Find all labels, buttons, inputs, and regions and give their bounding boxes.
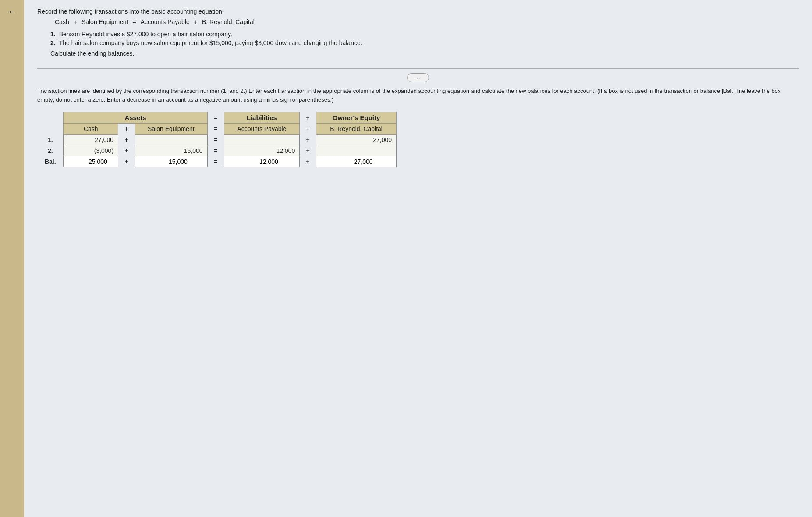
transaction-2-text: The hair salon company buys new salon eq… [59, 39, 362, 46]
problem-header: Record the following transactions into t… [37, 8, 799, 69]
bal-plus2: + [300, 156, 316, 167]
bal-label: Bal. [37, 156, 64, 167]
bal-equals: = [207, 156, 224, 167]
eq-equals: = [133, 18, 136, 25]
eq-plus1: + [74, 18, 77, 25]
row-1-capital: 27,000 [316, 135, 397, 145]
eq-capital: B. Reynold, Capital [202, 18, 255, 25]
row-1-equals: = [207, 135, 224, 145]
bal-capital-input[interactable] [316, 156, 397, 167]
instructions-text: Transaction lines are identified by the … [37, 87, 799, 104]
bal-cash-input[interactable] [64, 156, 118, 167]
equals2-subheader: = [207, 124, 224, 135]
bal-salon-eq-input[interactable] [135, 156, 207, 167]
plus1-subheader: + [118, 124, 135, 135]
row-2-salon-eq: 15,000 [135, 145, 207, 156]
bal-capital-field[interactable] [340, 158, 373, 165]
bal-ap-input[interactable] [224, 156, 300, 167]
bal-ap-field[interactable] [245, 158, 278, 165]
plus-header: + [300, 112, 316, 124]
transaction-2: 2.The hair salon company buys new salon … [50, 39, 799, 46]
bal-salon-eq-field[interactable] [155, 158, 188, 165]
eq-cash: Cash [55, 18, 69, 25]
empty-label-th2 [37, 124, 64, 135]
assets-header: Assets [64, 112, 207, 124]
back-arrow-icon[interactable]: ← [8, 7, 17, 17]
row-1-ap [224, 135, 300, 145]
table-row-1: 1. 27,000 + = + 27,000 [37, 135, 397, 145]
empty-label-th [37, 112, 64, 124]
accounting-table: Assets = Liabilities + Owner's Equity Ca… [37, 112, 397, 167]
row-2-label: 2. [37, 145, 64, 156]
more-button-row: ··· [37, 73, 799, 82]
row-1-plus2: + [300, 135, 316, 145]
equals-header: = [207, 112, 224, 124]
transaction-1-text: Benson Reynold invests $27,000 to open a… [59, 31, 232, 38]
equation-line: Cash + Salon Equipment = Accounts Payabl… [55, 18, 799, 25]
eq-accounts-payable: Accounts Payable [141, 18, 190, 25]
plus2-subheader: + [300, 124, 316, 135]
transactions-list: 1.Benson Reynold invests $27,000 to open… [50, 31, 799, 46]
capital-subheader: B. Reynold, Capital [316, 124, 397, 135]
cash-subheader: Cash [64, 124, 118, 135]
eq-plus2: + [194, 18, 198, 25]
ap-subheader: Accounts Payable [224, 124, 300, 135]
row-2-capital [316, 145, 397, 156]
row-1-salon-eq [135, 135, 207, 145]
row-1-plus: + [118, 135, 135, 145]
calculate-line: Calculate the ending balances. [50, 50, 799, 57]
transaction-1-number: 1. [50, 31, 56, 38]
bal-cash-field[interactable] [74, 158, 107, 165]
row-2-ap: 12,000 [224, 145, 300, 156]
header-row-2: Cash + Salon Equipment = Accounts Payabl… [37, 124, 397, 135]
main-content: Record the following transactions into t… [24, 0, 812, 517]
more-button[interactable]: ··· [407, 73, 429, 82]
row-2-equals: = [207, 145, 224, 156]
header-row-1: Assets = Liabilities + Owner's Equity [37, 112, 397, 124]
table-row-bal: Bal. + = + [37, 156, 397, 167]
row-1-cash: 27,000 [64, 135, 118, 145]
salon-eq-subheader: Salon Equipment [135, 124, 207, 135]
equity-header: Owner's Equity [316, 112, 397, 124]
row-2-cash: (3,000) [64, 145, 118, 156]
bal-plus1: + [118, 156, 135, 167]
transaction-1: 1.Benson Reynold invests $27,000 to open… [50, 31, 799, 38]
liabilities-header: Liabilities [224, 112, 300, 124]
table-row-2: 2. (3,000) + 15,000 = 12,000 + [37, 145, 397, 156]
transaction-2-number: 2. [50, 39, 56, 46]
row-1-label: 1. [37, 135, 64, 145]
left-sidebar: ← [0, 0, 24, 517]
row-2-plus: + [118, 145, 135, 156]
instruction-text: Record the following transactions into t… [37, 8, 799, 15]
row-2-plus2: + [300, 145, 316, 156]
eq-salon-equipment: Salon Equipment [82, 18, 128, 25]
